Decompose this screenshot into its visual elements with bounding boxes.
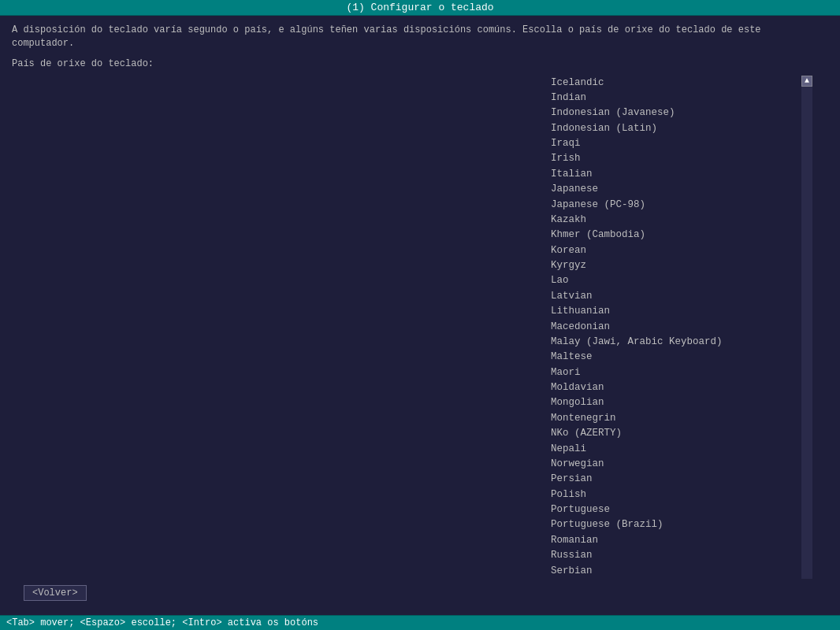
list-container: IcelandicIndianIndonesian (Javanese)Indo…: [12, 76, 828, 579]
list-item[interactable]: Indonesian (Latin): [548, 121, 800, 136]
list-item[interactable]: Serbian: [548, 564, 800, 579]
list-item[interactable]: Japanese: [548, 182, 800, 197]
list-item[interactable]: Lithuanian: [548, 304, 800, 319]
list-item[interactable]: Portuguese (Brazil): [548, 517, 800, 532]
list-item[interactable]: Portuguese: [548, 502, 800, 517]
list-item[interactable]: Italian: [548, 167, 800, 182]
list-item[interactable]: Polish: [548, 487, 800, 502]
list-item[interactable]: Kyrgyz: [548, 258, 800, 273]
list-item[interactable]: Indian: [548, 91, 800, 106]
list-item[interactable]: Malay (Jawi, Arabic Keyboard): [548, 335, 800, 350]
list-item[interactable]: Macedonian: [548, 320, 800, 335]
list-item[interactable]: Nepali: [548, 442, 800, 457]
list-item[interactable]: Moldavian: [548, 380, 800, 395]
list-item[interactable]: Icelandic: [548, 76, 800, 91]
list-item[interactable]: Romanian: [548, 533, 800, 548]
list-item[interactable]: Mongolian: [548, 395, 800, 410]
list-item[interactable]: Indonesian (Javanese): [548, 106, 800, 120]
list-item[interactable]: Japanese (PC-98): [548, 198, 800, 213]
keyboard-list[interactable]: IcelandicIndianIndonesian (Javanese)Indo…: [548, 76, 800, 579]
list-item[interactable]: Iraqi: [548, 136, 800, 151]
main-content: A disposición do teclado varía segundo o…: [0, 16, 840, 615]
scrollbar-track: [801, 87, 812, 579]
list-item[interactable]: Maltese: [548, 350, 800, 365]
list-item[interactable]: Lao: [548, 273, 800, 288]
keyboard-hint: <Tab> mover; <Espazo> escolle; <Intro> a…: [6, 617, 318, 628]
list-item[interactable]: Latvian: [548, 289, 800, 304]
window-title: (1) Configurar o teclado: [346, 2, 493, 13]
list-item[interactable]: Irish: [548, 151, 800, 166]
back-button[interactable]: <Volver>: [24, 585, 87, 601]
description-text: A disposición do teclado varía segundo o…: [12, 24, 828, 50]
title-bar: (1) Configurar o teclado: [0, 0, 840, 16]
list-item[interactable]: Montenegrin: [548, 411, 800, 426]
scroll-up-arrow[interactable]: ▲: [801, 76, 812, 87]
list-item[interactable]: Kazakh: [548, 213, 800, 228]
list-item[interactable]: Khmer (Cambodia): [548, 228, 800, 243]
button-row: <Volver>: [12, 579, 828, 607]
bottom-hint-bar: <Tab> mover; <Espazo> escolle; <Intro> a…: [0, 615, 840, 630]
list-item[interactable]: Russian: [548, 548, 800, 563]
list-item[interactable]: Maori: [548, 365, 800, 380]
list-item[interactable]: Korean: [548, 243, 800, 258]
scrollbar[interactable]: ▲ ▼: [801, 76, 812, 579]
field-label: País de orixe do teclado:: [12, 58, 828, 69]
list-item[interactable]: NKo (AZERTY): [548, 426, 800, 441]
terminal-window: (1) Configurar o teclado A disposición d…: [0, 0, 840, 630]
list-item[interactable]: Persian: [548, 472, 800, 487]
list-item[interactable]: Norwegian: [548, 457, 800, 472]
